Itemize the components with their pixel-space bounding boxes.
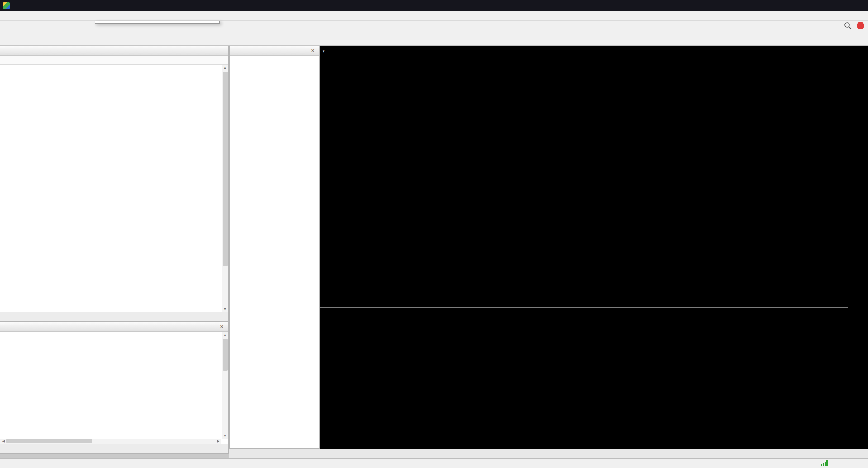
maximize-button[interactable]	[827, 0, 848, 11]
market-watch-scrollbar[interactable]: ▲ ▼	[222, 65, 228, 312]
navigator-tree	[0, 332, 228, 333]
navigator-scrollbar[interactable]: ▲ ▼	[222, 332, 228, 439]
time-axis-separator	[320, 437, 868, 437]
menu-bar	[0, 11, 868, 21]
search-icon[interactable]	[844, 22, 852, 29]
market-watch-header	[0, 46, 228, 56]
price-axis[interactable]	[848, 46, 868, 438]
scroll-down-icon[interactable]: ▼	[222, 306, 228, 312]
navigator-hscrollbar[interactable]: ◀ ▶	[0, 439, 221, 444]
toolbar-line-studies	[0, 33, 868, 46]
close-icon[interactable]: ×	[218, 324, 225, 330]
market-watch-column-header[interactable]	[0, 56, 228, 65]
app-logo-icon	[3, 2, 10, 9]
market-watch-panel: ▲ ▼	[0, 46, 229, 322]
scroll-right-icon[interactable]: ▶	[215, 439, 221, 443]
navigator-panel: × ▲ ▼ ◀ ▶	[0, 322, 229, 454]
scroll-down-icon[interactable]: ▼	[222, 433, 228, 439]
chart-menu-arrow-icon[interactable]: ▾	[323, 49, 325, 53]
tools-dropdown-menu	[95, 21, 220, 24]
subwindow-splitter[interactable]	[320, 307, 868, 308]
navigator-header: ×	[0, 322, 228, 332]
chart-tabs-bar	[229, 449, 868, 458]
scroll-up-icon[interactable]: ▲	[222, 332, 228, 338]
notifications-badge[interactable]	[857, 22, 864, 29]
data-window-header: ×	[230, 46, 319, 56]
time-axis[interactable]	[320, 438, 848, 449]
data-window-panel: ×	[229, 46, 320, 449]
connection-status	[821, 460, 830, 466]
navigator-tabs	[0, 444, 228, 453]
close-icon[interactable]: ×	[309, 48, 316, 54]
scrollbar-thumb[interactable]	[6, 439, 92, 443]
title-bar	[0, 0, 868, 11]
market-watch-tabs	[0, 312, 228, 321]
scroll-up-icon[interactable]: ▲	[222, 65, 228, 71]
window-controls	[807, 0, 868, 11]
close-button[interactable]	[848, 0, 868, 11]
chart-ohlc-header[interactable]: ▾	[323, 48, 325, 54]
scroll-left-icon[interactable]: ◀	[0, 439, 6, 443]
scrollbar-thumb[interactable]	[223, 339, 228, 371]
scrollbar-thumb[interactable]	[223, 72, 228, 266]
candlestick-chart-canvas[interactable]	[320, 46, 848, 307]
chart-window: ▾	[320, 46, 868, 449]
minimize-button[interactable]	[807, 0, 827, 11]
status-bar	[0, 458, 868, 468]
signal-bars-icon	[821, 460, 828, 466]
